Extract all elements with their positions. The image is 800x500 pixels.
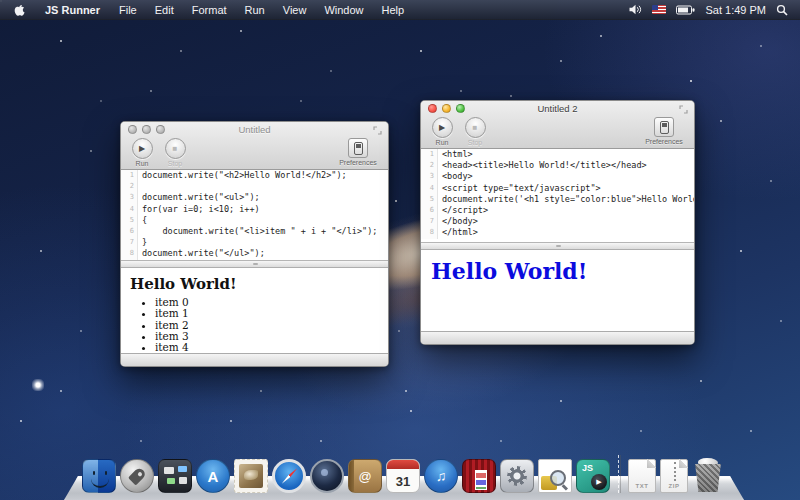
finder-icon[interactable] — [82, 459, 116, 493]
menu-format[interactable]: Format — [183, 4, 236, 16]
menu-bar-left: JS Runner File Edit Format Run View Wind… — [0, 3, 413, 16]
code-line: </html> — [438, 227, 478, 238]
preferences-icon — [348, 138, 368, 158]
zoom-button[interactable] — [156, 125, 165, 134]
toolbar: ▶ Run ■ Stop Preferences — [121, 137, 388, 169]
trash-icon[interactable] — [692, 459, 724, 493]
pane-splitter[interactable] — [121, 261, 388, 268]
window-header[interactable]: Untitled 2 ▶ Run ■ Stop Preferences — [421, 101, 694, 149]
mission-control-icon[interactable] — [158, 459, 192, 493]
address-book-icon[interactable]: @ — [348, 459, 382, 493]
line-number: 4 — [421, 183, 438, 194]
run-label: Run — [136, 160, 149, 167]
mail-icon[interactable] — [234, 459, 268, 493]
preferences-button[interactable]: Preferences — [336, 138, 380, 166]
close-button[interactable] — [128, 125, 137, 134]
code-line: } — [138, 237, 147, 248]
minimize-button[interactable] — [442, 104, 451, 113]
zip-document-icon[interactable]: ZIP — [660, 459, 688, 493]
menu-run[interactable]: Run — [236, 4, 274, 16]
line-number: 6 — [121, 226, 138, 237]
input-source-flag-icon[interactable] — [652, 5, 666, 14]
stop-label: Stop — [168, 160, 182, 167]
run-button[interactable]: ▶ Run — [129, 138, 155, 167]
document-search-app-icon[interactable] — [538, 459, 572, 493]
line-number: 2 — [421, 160, 438, 171]
ical-day: 31 — [396, 474, 410, 489]
stop-icon: ■ — [165, 138, 186, 159]
list-item: item 3 — [155, 331, 388, 342]
itunes-icon[interactable]: ♫ — [424, 459, 458, 493]
txt-document-icon[interactable]: TXT — [628, 459, 656, 493]
spotlight-icon[interactable] — [776, 4, 788, 16]
stop-button[interactable]: ■ Stop — [162, 138, 188, 167]
system-preferences-icon[interactable] — [500, 459, 534, 493]
line-number: 3 — [121, 192, 138, 203]
menu-clock[interactable]: Sat 1:49 PM — [705, 4, 766, 16]
title-bar[interactable]: Untitled — [121, 122, 388, 137]
preferences-button[interactable]: Preferences — [642, 117, 686, 145]
play-icon: ▶ — [132, 138, 153, 159]
volume-icon[interactable] — [628, 4, 642, 15]
js-runner-icon[interactable]: JS ▶ — [576, 459, 610, 493]
code-line: document.write("<h2>Hello World!</h2>"); — [138, 170, 347, 181]
menu-window[interactable]: Window — [315, 4, 372, 16]
magnifier-icon — [550, 470, 566, 486]
line-number: 6 — [421, 205, 438, 216]
zoom-button[interactable] — [456, 104, 465, 113]
desktop: { "menu_bar": { "app_name": "JS Runner",… — [0, 0, 800, 500]
photo-booth-icon[interactable] — [462, 459, 496, 493]
dock: A @ 31 ♫ JS ▶ TXT ZIP — [0, 446, 800, 500]
bright-star — [32, 379, 44, 391]
menu-edit[interactable]: Edit — [146, 4, 183, 16]
window-untitled-2: Untitled 2 ▶ Run ■ Stop Preferences — [420, 100, 695, 345]
code-line: { — [138, 215, 147, 226]
code-line: for(var i=0; i<10; i++) — [138, 204, 260, 215]
code-editor[interactable]: 1<html> 2<head><title>Hello World!</titl… — [421, 149, 694, 243]
menu-help[interactable]: Help — [373, 4, 414, 16]
code-line: <body> — [438, 171, 473, 182]
facetime-icon[interactable] — [310, 459, 344, 493]
fullscreen-button[interactable] — [373, 126, 382, 135]
close-button[interactable] — [428, 104, 437, 113]
code-line: document.write('<h1 style="color:blue">H… — [438, 194, 694, 205]
code-line — [138, 181, 142, 192]
menu-bar: JS Runner File Edit Format Run View Wind… — [0, 0, 800, 20]
code-line: </script> — [438, 205, 488, 216]
line-number: 5 — [421, 194, 438, 205]
menu-file[interactable]: File — [110, 4, 146, 16]
app-store-glyph: A — [208, 468, 219, 485]
fullscreen-button[interactable] — [679, 105, 688, 114]
launchpad-icon[interactable] — [120, 459, 154, 493]
output-heading: Hello World! — [130, 275, 388, 293]
ical-icon[interactable]: 31 — [386, 459, 420, 493]
app-store-icon[interactable]: A — [196, 459, 230, 493]
output-webview[interactable]: Hello World! — [421, 250, 694, 331]
stop-button[interactable]: ■ Stop — [462, 117, 488, 146]
preferences-label: Preferences — [339, 159, 377, 166]
code-line: <head><title>Hello World!</title></head> — [438, 160, 647, 171]
list-item: item 1 — [155, 308, 388, 319]
output-webview[interactable]: Hello World! item 0 item 1 item 2 item 3… — [121, 268, 388, 353]
line-number: 1 — [121, 170, 138, 181]
line-number: 1 — [421, 149, 438, 160]
output-list: item 0 item 1 item 2 item 3 item 4 item … — [155, 297, 388, 353]
dock-items: A @ 31 ♫ JS ▶ TXT ZIP — [82, 455, 724, 493]
minimize-button[interactable] — [142, 125, 151, 134]
run-button[interactable]: ▶ Run — [429, 117, 455, 146]
code-editor[interactable]: 1document.write("<h2>Hello World!</h2>")… — [121, 170, 388, 261]
window-header[interactable]: Untitled ▶ Run ■ Stop Preferences — [121, 122, 388, 170]
pane-splitter[interactable] — [421, 243, 694, 250]
line-number: 4 — [121, 204, 138, 215]
apple-menu[interactable] — [0, 3, 35, 16]
safari-icon[interactable] — [272, 459, 306, 493]
battery-icon[interactable] — [676, 5, 695, 15]
code-line: <html> — [438, 149, 473, 160]
code-line: document.write("<ul>"); — [138, 192, 260, 203]
title-bar[interactable]: Untitled 2 — [421, 101, 694, 116]
menu-view[interactable]: View — [274, 4, 316, 16]
window-untitled: Untitled ▶ Run ■ Stop Preferences — [120, 121, 389, 367]
app-menu-js-runner[interactable]: JS Runner — [35, 4, 110, 16]
menu-bar-status: Sat 1:49 PM — [628, 4, 800, 16]
line-number: 7 — [121, 237, 138, 248]
